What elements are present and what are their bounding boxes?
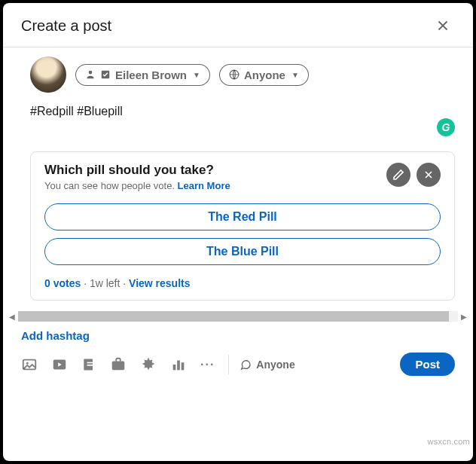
svg-rect-10 bbox=[173, 365, 176, 370]
footer: ··· Anyone Post bbox=[3, 348, 473, 386]
grammarly-badge[interactable]: G bbox=[437, 118, 455, 136]
person-icon bbox=[85, 69, 96, 80]
chevron-down-icon: ▼ bbox=[193, 71, 200, 79]
watermark: wsxcn.com bbox=[428, 437, 470, 446]
poll-question: Which pill should you take? bbox=[44, 163, 230, 178]
globe-icon bbox=[229, 69, 240, 80]
add-job-button[interactable] bbox=[110, 356, 127, 373]
speech-bubble-icon bbox=[240, 359, 252, 371]
document-icon bbox=[81, 357, 96, 372]
poll-option[interactable]: The Red Pill bbox=[44, 203, 441, 230]
briefcase-icon bbox=[110, 356, 127, 373]
svg-point-0 bbox=[89, 71, 93, 75]
view-results-link[interactable]: View results bbox=[129, 277, 190, 289]
poll-options: The Red Pill The Blue Pill bbox=[44, 203, 441, 265]
chevron-down-icon: ▼ bbox=[291, 71, 299, 79]
x-icon bbox=[423, 169, 435, 181]
horizontal-scrollbar[interactable]: ◀ ▶ bbox=[3, 307, 473, 323]
svg-point-4 bbox=[26, 362, 29, 364]
comment-setting-label: Anyone bbox=[256, 359, 294, 371]
svg-rect-8 bbox=[87, 365, 96, 366]
poll-meta: 0 votes · 1w left · View results bbox=[44, 277, 441, 289]
author-row: Eileen Brown ▼ Anyone ▼ bbox=[3, 47, 473, 99]
checkbox-icon bbox=[100, 69, 111, 80]
poll-actions bbox=[386, 163, 441, 187]
modal-body: Eileen Brown ▼ Anyone ▼ #Redpill #Bluepi… bbox=[3, 47, 473, 461]
scroll-left-arrow[interactable]: ◀ bbox=[8, 311, 17, 322]
celebrate-button[interactable] bbox=[140, 356, 157, 373]
poll-header: Which pill should you take? You can see … bbox=[44, 163, 441, 191]
votes-count[interactable]: 0 votes bbox=[44, 277, 81, 289]
edit-poll-button[interactable] bbox=[386, 163, 410, 187]
comment-setting-button[interactable]: Anyone bbox=[240, 359, 294, 371]
separator bbox=[228, 355, 229, 374]
add-photo-button[interactable] bbox=[21, 356, 38, 373]
svg-rect-9 bbox=[112, 361, 125, 370]
poll-time-left: 1w left bbox=[90, 277, 120, 289]
pencil-icon bbox=[392, 169, 404, 181]
close-button[interactable] bbox=[431, 14, 455, 38]
starburst-icon bbox=[140, 356, 157, 373]
author-name: Eileen Brown bbox=[115, 69, 187, 81]
poll-subtext: You can see how people vote. Learn More bbox=[44, 180, 230, 191]
scroll-right-arrow[interactable]: ▶ bbox=[459, 311, 468, 322]
visibility-selector[interactable]: Anyone ▼ bbox=[219, 64, 309, 86]
avatar[interactable] bbox=[30, 56, 66, 93]
poll-option[interactable]: The Blue Pill bbox=[44, 238, 441, 265]
add-hashtag-button[interactable]: Add hashtag bbox=[3, 323, 473, 348]
svg-rect-11 bbox=[177, 360, 180, 370]
create-post-modal: Create a post Eileen Brown ▼ Anyone ▼ #R… bbox=[3, 3, 473, 461]
image-icon bbox=[21, 356, 38, 373]
create-poll-button[interactable] bbox=[170, 356, 187, 373]
scroll-track[interactable] bbox=[18, 311, 458, 322]
learn-more-link[interactable]: Learn More bbox=[178, 180, 230, 191]
author-selector[interactable]: Eileen Brown ▼ bbox=[75, 64, 210, 86]
svg-rect-7 bbox=[87, 362, 96, 363]
chart-icon bbox=[170, 356, 187, 373]
scroll-thumb[interactable] bbox=[18, 311, 449, 322]
visibility-label: Anyone bbox=[244, 69, 285, 81]
svg-rect-12 bbox=[182, 362, 185, 370]
more-tools-button[interactable]: ··· bbox=[200, 358, 215, 371]
add-document-button[interactable] bbox=[81, 357, 96, 372]
video-icon bbox=[51, 356, 68, 373]
ellipsis-icon: ··· bbox=[200, 358, 215, 371]
add-video-button[interactable] bbox=[51, 356, 68, 373]
modal-title: Create a post bbox=[21, 17, 111, 35]
post-text-area[interactable]: #Redpill #Bluepill G bbox=[3, 99, 473, 129]
remove-poll-button[interactable] bbox=[416, 163, 441, 187]
close-icon bbox=[435, 17, 451, 34]
post-button[interactable]: Post bbox=[400, 353, 455, 376]
tool-icons: ··· bbox=[21, 356, 215, 373]
poll-card: Which pill should you take? You can see … bbox=[30, 151, 455, 301]
post-text-content: #Redpill #Bluepill bbox=[30, 105, 123, 118]
modal-header: Create a post bbox=[3, 3, 473, 47]
